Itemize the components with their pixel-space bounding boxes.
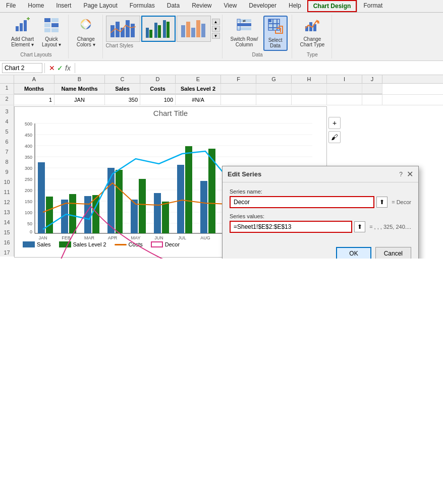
tab-chart-design[interactable]: Chart Design	[307, 0, 357, 12]
select-data-label: SelectData	[268, 37, 283, 48]
row-12-container: 12	[0, 196, 14, 206]
chart-style-2[interactable]	[141, 16, 176, 42]
styles-scroll-down[interactable]: ▼	[212, 26, 220, 32]
col-header-a[interactable]: A	[14, 75, 54, 83]
tab-formulas[interactable]: Formulas	[124, 0, 161, 12]
chart-style-3[interactable]	[177, 16, 211, 42]
cancel-formula-icon[interactable]: ✕	[49, 64, 55, 72]
cell-i2[interactable]	[327, 95, 362, 105]
cell-a1[interactable]: Months	[14, 84, 54, 94]
add-chart-element-button[interactable]: Add ChartElement ▾	[8, 16, 37, 49]
edit-series-footer: OK Cancel	[223, 244, 418, 259]
chart-side-buttons: + 🖌	[328, 117, 341, 143]
spreadsheet-container: A B C D E F G H I J 1 Months Name Months…	[0, 75, 443, 259]
col-header-j[interactable]: J	[362, 75, 382, 83]
svg-rect-81	[200, 181, 207, 233]
styles-scroll-expand[interactable]: ▼	[212, 33, 220, 39]
svg-rect-28	[201, 24, 205, 37]
row-10-container: 10	[0, 176, 14, 186]
row-6-container: 6	[0, 136, 14, 146]
cell-b2[interactable]: JAN	[54, 95, 105, 105]
col-header-h[interactable]: H	[292, 75, 327, 83]
cell-i1[interactable]	[327, 84, 362, 94]
fx-icon[interactable]: fx	[65, 64, 71, 72]
change-colors-button[interactable]: ChangeColors ▾	[74, 16, 98, 49]
row-header-16: 16	[0, 236, 14, 246]
series-name-input[interactable]	[230, 196, 374, 208]
edit-series-cancel-button[interactable]: Cancel	[375, 247, 411, 259]
ribbon: File Home Insert Page Layout Formulas Da…	[0, 0, 443, 61]
name-box[interactable]	[2, 63, 42, 73]
cell-e1[interactable]: Sales Level 2	[176, 84, 221, 94]
cell-c1[interactable]: Sales	[105, 84, 140, 94]
legend-label-sales: Sales	[37, 241, 51, 247]
col-header-g[interactable]: G	[256, 75, 292, 83]
svg-text:JAN: JAN	[38, 235, 47, 239]
styles-scroll-up[interactable]: ▲	[212, 19, 220, 25]
cell-g1[interactable]	[256, 84, 292, 94]
cell-h2[interactable]	[292, 95, 327, 105]
quick-layout-label: QuickLayout ▾	[42, 36, 61, 47]
edit-series-close[interactable]: ✕	[407, 169, 413, 179]
col-header-i[interactable]: I	[327, 75, 362, 83]
tab-view[interactable]: View	[218, 0, 243, 12]
edit-series-controls: ? ✕	[399, 169, 413, 179]
col-header-f[interactable]: F	[221, 75, 256, 83]
edit-series-ok-button[interactable]: OK	[336, 247, 371, 259]
cell-d2[interactable]: 100	[140, 95, 176, 105]
legend-color-sales	[23, 241, 35, 247]
cell-g2[interactable]	[256, 95, 292, 105]
chart-style-1[interactable]	[106, 16, 140, 42]
svg-rect-23	[167, 22, 170, 38]
row-header-4: 4	[0, 115, 14, 125]
tab-help[interactable]: Help	[283, 0, 307, 12]
series-values-upload-btn[interactable]: ⬆	[354, 221, 365, 232]
col-header-e[interactable]: E	[176, 75, 221, 83]
tab-insert[interactable]: Insert	[50, 0, 77, 12]
svg-text:450: 450	[25, 133, 32, 138]
cell-b1[interactable]: Name Months	[54, 84, 105, 94]
row-8-container: 8	[0, 156, 14, 166]
edit-series-help[interactable]: ?	[399, 171, 403, 178]
chart-styles-group: ▲ ▼ ▼ Chart Styles	[104, 15, 223, 58]
cell-c2[interactable]: 350	[105, 95, 140, 105]
tab-file[interactable]: File	[0, 0, 22, 12]
tab-page-layout[interactable]: Page Layout	[77, 0, 123, 12]
chart-layouts-label: Chart Layouts	[20, 52, 51, 57]
col-header-b[interactable]: B	[54, 75, 105, 83]
confirm-formula-icon[interactable]: ✓	[57, 64, 63, 72]
chart-styles-chart-btn[interactable]: 🖌	[328, 131, 341, 143]
col-header-c[interactable]: C	[105, 75, 140, 83]
svg-text:FEB: FEB	[62, 235, 71, 239]
select-data-button[interactable]: SelectData	[263, 16, 288, 51]
change-chart-type-button[interactable]: ChangeChart Type	[297, 16, 328, 49]
series-name-upload-btn[interactable]: ⬆	[376, 197, 387, 208]
tab-home[interactable]: Home	[22, 0, 50, 12]
change-colors-label: ChangeColors ▾	[77, 36, 95, 47]
cell-e2[interactable]: #N/A	[176, 95, 221, 105]
tab-format[interactable]: Format	[357, 0, 389, 12]
svg-rect-7	[44, 23, 50, 27]
formula-bar-icons: ✕ ✓ fx	[47, 64, 73, 72]
cell-j1[interactable]	[362, 84, 382, 94]
add-chart-element-chart-btn[interactable]: +	[328, 117, 341, 129]
series-values-row: ⬆ = , , , 325, 240....	[230, 221, 411, 233]
tab-review[interactable]: Review	[186, 0, 217, 12]
quick-layout-button[interactable]: QuickLayout ▾	[39, 16, 64, 49]
chart-title: Chart Title	[15, 107, 326, 118]
cell-d1[interactable]: Costs	[140, 84, 176, 94]
tab-data[interactable]: Data	[161, 0, 186, 12]
formula-input[interactable]	[77, 64, 441, 73]
cell-f1[interactable]	[221, 84, 256, 94]
cell-f2[interactable]	[221, 95, 256, 105]
cell-j2[interactable]	[362, 95, 382, 105]
col-header-d[interactable]: D	[140, 75, 176, 83]
cell-h1[interactable]	[292, 84, 327, 94]
row-header-3: 3	[0, 105, 14, 115]
chart-styles-label: Chart Styles	[106, 43, 220, 48]
svg-rect-20	[154, 23, 157, 38]
switch-row-col-button[interactable]: ⇄ Switch Row/Column	[228, 16, 261, 49]
tab-developer[interactable]: Developer	[243, 0, 283, 12]
cell-a2[interactable]: 1	[14, 95, 54, 105]
series-values-input[interactable]	[230, 221, 352, 233]
